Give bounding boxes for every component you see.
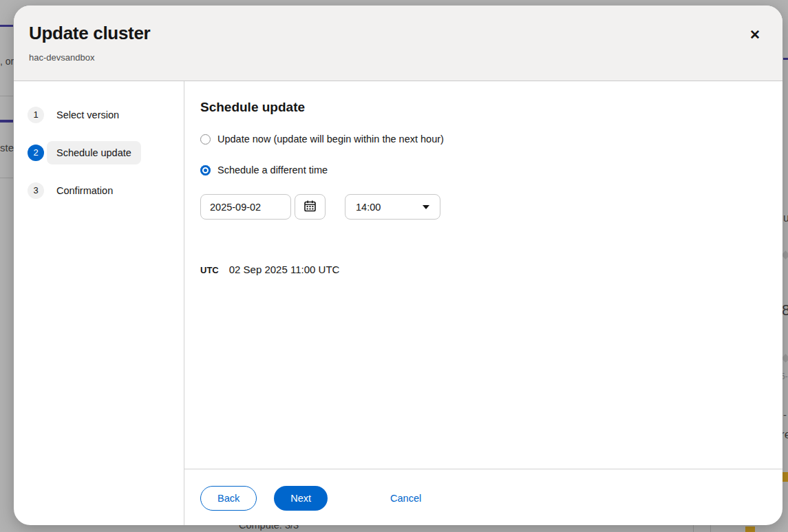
- date-input[interactable]: [200, 194, 291, 220]
- close-icon[interactable]: ✕: [745, 25, 765, 44]
- radio-update-now[interactable]: Update now (update will begin within the…: [200, 134, 766, 145]
- bg-tick-fragment: [710, 524, 711, 532]
- radio-circle-unchecked[interactable]: [200, 134, 211, 145]
- bg-text-fragment: 8: [782, 301, 788, 319]
- step-number-badge: 1: [28, 107, 44, 123]
- bg-text-fragment: , or: [0, 56, 14, 67]
- step-number-badge: 2: [28, 145, 44, 161]
- bg-gold-border-fragment: [745, 526, 755, 532]
- utc-label: UTC: [200, 265, 219, 275]
- bg-tick-fragment: [693, 524, 694, 532]
- bg-purple-rule-right: [783, 58, 788, 60]
- wizard-step-confirmation[interactable]: 3 Confirmation: [28, 178, 170, 203]
- bg-text-fragment: ste: [0, 142, 14, 153]
- bg-divider-left-2: [0, 178, 13, 178]
- wizard-nav: 1 Select version 2 Schedule update 3 Con…: [14, 81, 184, 525]
- wizard-footer: Back Next Cancel: [184, 469, 782, 525]
- calendar-button[interactable]: [295, 194, 326, 220]
- step-number-badge: 3: [28, 182, 44, 199]
- modal-header: Update cluster hac-devsandbox ✕: [14, 6, 782, 81]
- schedule-update-panel: Schedule update Update now (update will …: [184, 81, 782, 469]
- step-label: Select version: [47, 103, 129, 127]
- bg-divider-left-1: [0, 96, 13, 96]
- datetime-controls: 14:00: [200, 194, 766, 220]
- caret-down-icon: [423, 205, 429, 209]
- page-title: Schedule update: [200, 100, 766, 115]
- radio-circle-checked[interactable]: [200, 165, 211, 175]
- calendar-icon: [304, 200, 317, 215]
- utc-datetime-value: 02 Sep 2025 11:00 UTC: [229, 264, 340, 275]
- time-select-value: 14:00: [356, 202, 381, 213]
- time-select[interactable]: 14:00: [345, 194, 440, 220]
- radio-schedule-different-time[interactable]: Schedule a different time: [200, 164, 766, 175]
- radio-label: Update now (update will begin within the…: [217, 134, 444, 145]
- bg-text-fragment: -: [783, 409, 787, 421]
- update-cluster-modal: Update cluster hac-devsandbox ✕ 1 Select…: [14, 6, 782, 525]
- modal-body: 1 Select version 2 Schedule update 3 Con…: [14, 81, 782, 525]
- content-pane: Schedule update Update now (update will …: [184, 81, 782, 525]
- back-button[interactable]: Back: [200, 486, 257, 511]
- utc-summary: UTC 02 Sep 2025 11:00 UTC: [200, 264, 766, 275]
- bg-text-fragment: u: [783, 212, 788, 224]
- bg-gold-border-fragment: [782, 472, 788, 482]
- wizard-step-select-version[interactable]: 1 Select version: [28, 102, 170, 127]
- wizard-step-schedule-update[interactable]: 2 Schedule update: [28, 140, 170, 165]
- modal-title: Update cluster: [29, 23, 762, 44]
- modal-subtitle: hac-devsandbox: [29, 52, 762, 63]
- next-button[interactable]: Next: [274, 486, 328, 511]
- step-label: Schedule update: [47, 141, 141, 164]
- cancel-button[interactable]: Cancel: [374, 486, 438, 511]
- step-label: Confirmation: [47, 179, 123, 202]
- bg-tab-indicator-left: [0, 120, 13, 123]
- bg-purple-rule-left: [0, 25, 13, 27]
- radio-label: Schedule a different time: [217, 164, 328, 175]
